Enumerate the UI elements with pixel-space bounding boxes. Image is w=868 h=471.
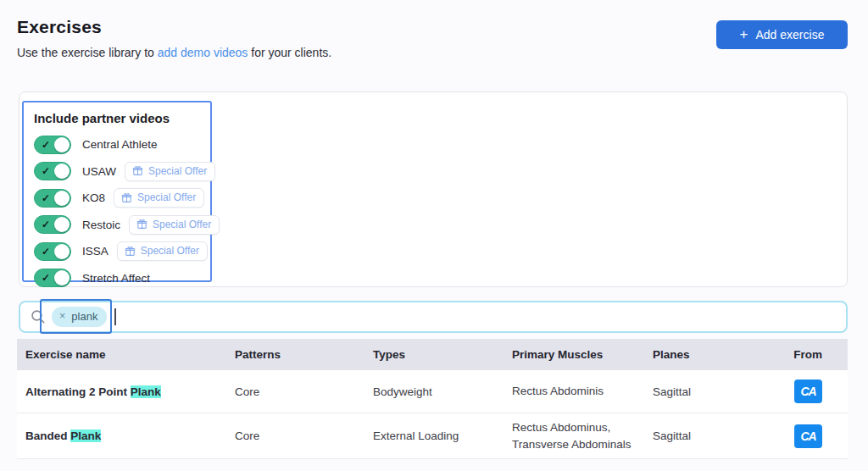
special-offer-badge[interactable]: Special Offer bbox=[117, 241, 208, 261]
chip-label: plank bbox=[71, 310, 97, 323]
partner-label: Central Athlete bbox=[82, 138, 158, 151]
partner-label: USAW bbox=[82, 165, 116, 178]
column-header-exercise-name[interactable]: Exercise name bbox=[25, 348, 235, 361]
column-header-primary-muscles[interactable]: Primary Muscles bbox=[512, 348, 653, 361]
text-cursor bbox=[114, 308, 116, 325]
partner-label: Stretch Affect bbox=[82, 272, 150, 285]
partner-row-ko8: ✓ KO8 Special Offer bbox=[34, 189, 200, 208]
types-cell: Bodyweight bbox=[373, 385, 512, 398]
search-icon bbox=[31, 309, 46, 324]
toggle-knob bbox=[54, 191, 70, 206]
planes-cell: Sagittal bbox=[653, 429, 780, 442]
partner-label: ISSA bbox=[82, 245, 108, 258]
gift-icon bbox=[132, 165, 143, 176]
partner-label: Restoic bbox=[82, 219, 120, 231]
special-offer-label: Special Offer bbox=[141, 245, 199, 257]
gift-icon bbox=[136, 219, 147, 230]
exercise-name-cell: Banded Plank bbox=[25, 429, 235, 442]
special-offer-label: Special Offer bbox=[137, 191, 196, 203]
column-header-types[interactable]: Types bbox=[373, 348, 512, 361]
patterns-cell: Core bbox=[235, 385, 373, 398]
partner-row-restoic: ✓ Restoic Special Offer bbox=[34, 215, 200, 234]
partner-videos-card: Include partner videos ✓ Central Athlete… bbox=[19, 91, 848, 287]
special-offer-label: Special Offer bbox=[148, 165, 207, 177]
subtitle-prefix: Use the exercise library to bbox=[17, 46, 158, 59]
toggle-restoic[interactable]: ✓ bbox=[34, 215, 71, 234]
special-offer-badge[interactable]: Special Offer bbox=[129, 215, 220, 235]
gift-icon bbox=[121, 192, 132, 203]
partner-row-issa: ✓ ISSA Special Offer bbox=[34, 242, 200, 261]
toggle-knob bbox=[54, 217, 70, 232]
toggle-ko8[interactable]: ✓ bbox=[34, 189, 71, 208]
from-cell: CA bbox=[780, 424, 848, 448]
name-highlight: Plank bbox=[131, 385, 161, 398]
toggle-knob bbox=[54, 137, 70, 152]
exercise-table: Exercise name Patterns Types Primary Mus… bbox=[17, 339, 848, 459]
table-row[interactable]: Banded Plank Core External Loading Rectu… bbox=[17, 413, 848, 459]
check-icon: ✓ bbox=[42, 139, 50, 149]
toggle-central-athlete[interactable]: ✓ bbox=[34, 136, 71, 154]
partner-row-usaw: ✓ USAW Special Offer bbox=[34, 162, 200, 180]
check-icon: ✓ bbox=[42, 166, 50, 176]
name-text: Banded bbox=[25, 429, 70, 442]
add-exercise-button[interactable]: + Add exercise bbox=[716, 20, 848, 49]
check-icon: ✓ bbox=[42, 192, 50, 202]
check-icon: ✓ bbox=[42, 273, 50, 283]
toggle-issa[interactable]: ✓ bbox=[34, 242, 71, 261]
planes-cell: Sagittal bbox=[653, 385, 780, 398]
name-text: Alternating 2 Point bbox=[25, 385, 131, 398]
partner-label: KO8 bbox=[82, 191, 105, 204]
check-icon: ✓ bbox=[42, 219, 50, 230]
toggle-knob bbox=[54, 163, 70, 179]
special-offer-label: Special Offer bbox=[153, 219, 211, 230]
types-cell: External Loading bbox=[373, 429, 512, 442]
toggle-usaw[interactable]: ✓ bbox=[34, 162, 71, 180]
page-title: Exercises bbox=[17, 17, 331, 37]
table-header-row: Exercise name Patterns Types Primary Mus… bbox=[17, 339, 848, 370]
table-row[interactable]: Alternating 2 Point Plank Core Bodyweigh… bbox=[17, 370, 848, 413]
partner-row-central-athlete: ✓ Central Athlete bbox=[34, 136, 200, 154]
column-header-from[interactable]: From bbox=[780, 348, 848, 361]
primary-muscles-cell: Rectus Abdominis bbox=[512, 383, 653, 400]
primary-muscles-cell: Rectus Abdominus, Transverse Abdominals bbox=[512, 419, 653, 453]
toggle-knob bbox=[54, 244, 70, 259]
plus-icon: + bbox=[740, 27, 748, 42]
patterns-cell: Core bbox=[235, 429, 373, 442]
partner-row-stretch-affect: ✓ Stretch Affect bbox=[34, 269, 200, 287]
remove-chip-icon[interactable]: × bbox=[59, 311, 65, 322]
add-demo-videos-link[interactable]: add demo videos bbox=[158, 46, 248, 59]
toggle-knob bbox=[54, 270, 70, 285]
special-offer-badge[interactable]: Special Offer bbox=[114, 188, 204, 208]
include-partner-videos-panel: Include partner videos ✓ Central Athlete… bbox=[22, 101, 212, 282]
central-athlete-logo[interactable]: CA bbox=[794, 380, 822, 403]
add-exercise-label: Add exercise bbox=[756, 28, 825, 42]
special-offer-badge[interactable]: Special Offer bbox=[125, 162, 215, 181]
exercise-name-cell: Alternating 2 Point Plank bbox=[25, 385, 235, 398]
page-header: Exercises Use the exercise library to ad… bbox=[17, 17, 331, 59]
name-highlight: Plank bbox=[70, 429, 101, 442]
page-subtitle: Use the exercise library to add demo vid… bbox=[17, 46, 331, 59]
central-athlete-logo[interactable]: CA bbox=[794, 424, 822, 448]
gift-icon bbox=[125, 246, 136, 257]
from-cell: CA bbox=[780, 380, 848, 403]
toggle-stretch-affect[interactable]: ✓ bbox=[34, 269, 71, 287]
subtitle-suffix: for your clients. bbox=[248, 46, 331, 59]
search-filter-chip-plank[interactable]: × plank bbox=[52, 307, 107, 327]
check-icon: ✓ bbox=[42, 246, 50, 256]
column-header-patterns[interactable]: Patterns bbox=[235, 348, 373, 361]
exercise-search-input[interactable]: × plank bbox=[19, 301, 848, 333]
partner-panel-title: Include partner videos bbox=[34, 110, 200, 127]
column-header-planes[interactable]: Planes bbox=[653, 348, 780, 361]
